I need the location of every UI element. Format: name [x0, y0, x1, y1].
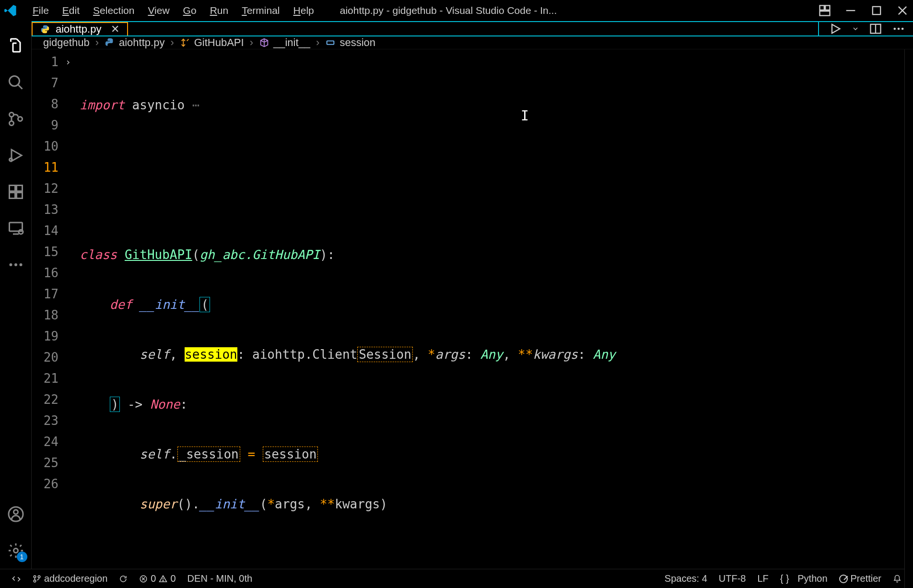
class-symbol-icon — [180, 37, 190, 48]
window-title: aiohttp.py - gidgethub - Visual Studio C… — [321, 5, 818, 16]
minimap[interactable] — [904, 49, 913, 588]
svg-rect-14 — [9, 186, 15, 191]
variable-symbol-icon — [325, 37, 336, 48]
chevron-right-icon: › — [170, 36, 174, 49]
chevron-right-icon: › — [95, 36, 99, 49]
svg-rect-0 — [820, 6, 824, 10]
svg-rect-4 — [873, 7, 880, 14]
more-icon[interactable] — [4, 253, 27, 276]
python-file-icon — [40, 24, 50, 34]
svg-point-26 — [13, 549, 18, 553]
fold-chevron-icon[interactable]: › — [65, 51, 80, 72]
breadcrumb-repo[interactable]: gidgethub — [43, 36, 90, 49]
svg-point-25 — [13, 510, 18, 514]
tab-aiohttp[interactable]: aiohttp.py ✕ — [32, 22, 128, 35]
run-file-button[interactable] — [829, 22, 842, 35]
layout-icon[interactable] — [818, 4, 831, 17]
chevron-right-icon: › — [316, 36, 319, 49]
svg-rect-15 — [9, 193, 15, 199]
svg-rect-16 — [16, 193, 22, 199]
source-control-icon[interactable] — [4, 107, 27, 130]
remote-explorer-icon[interactable] — [4, 217, 27, 240]
svg-point-23 — [19, 263, 22, 266]
svg-point-22 — [14, 263, 17, 266]
svg-point-7 — [9, 76, 19, 86]
code-content[interactable]: I import asyncio ⋯ class GitHubAPI(gh_ab… — [80, 49, 904, 588]
svg-rect-17 — [16, 186, 22, 191]
svg-point-11 — [18, 117, 22, 121]
svg-point-21 — [9, 263, 12, 266]
remote-indicator[interactable] — [6, 574, 27, 584]
svg-point-10 — [9, 121, 13, 126]
settings-badge: 1 — [17, 552, 27, 562]
vscode-logo-icon — [4, 4, 17, 17]
svg-point-9 — [9, 113, 13, 117]
python-file-icon — [105, 37, 115, 48]
menu-edit[interactable]: Edit — [56, 3, 86, 18]
breadcrumb-method[interactable]: __init__ — [259, 36, 310, 49]
breadcrumb-file[interactable]: aiohttp.py — [105, 36, 164, 49]
editor-more-icon[interactable] — [892, 22, 905, 35]
activity-bar: 1 — [0, 21, 32, 569]
close-button[interactable] — [896, 4, 909, 17]
title-bar: File Edit Selection View Go Run Terminal… — [0, 0, 913, 21]
search-icon[interactable] — [4, 71, 27, 94]
tab-close-icon[interactable]: ✕ — [111, 23, 119, 35]
menu-run[interactable]: Run — [203, 3, 235, 18]
explorer-icon[interactable] — [4, 35, 27, 58]
code-editor[interactable]: 1 7 8 9 10 11 12 13 14 15 16 17 18 19 20… — [32, 49, 913, 588]
svg-rect-2 — [820, 11, 830, 15]
chevron-right-icon: › — [250, 36, 253, 49]
breadcrumb-class[interactable]: GitHubAPI — [180, 36, 244, 49]
svg-marker-27 — [832, 24, 840, 34]
breadcrumbs[interactable]: gidgethub › aiohttp.py › GitHubAPI › __i… — [32, 36, 913, 49]
menu-terminal[interactable]: Terminal — [235, 3, 286, 18]
menu-go[interactable]: Go — [176, 3, 203, 18]
tab-bar: aiohttp.py ✕ — [32, 22, 913, 36]
menu-file[interactable]: File — [26, 3, 56, 18]
run-debug-icon[interactable] — [4, 144, 27, 167]
line-number-gutter: 1 7 8 9 10 11 12 13 14 15 16 17 18 19 20… — [32, 49, 65, 588]
fold-column: › — [65, 49, 80, 588]
svg-point-32 — [901, 28, 904, 30]
editor-area: aiohttp.py ✕ gidgethub › — [32, 21, 913, 569]
tab-filename: aiohttp.py — [56, 23, 101, 35]
split-editor-button[interactable] — [869, 22, 882, 35]
maximize-button[interactable] — [870, 4, 883, 17]
prettier-check-icon — [839, 575, 848, 583]
breadcrumb-symbol[interactable]: session — [325, 36, 375, 49]
run-dropdown-icon[interactable] — [852, 22, 859, 35]
menu-selection[interactable]: Selection — [86, 3, 141, 18]
svg-marker-12 — [12, 150, 22, 161]
settings-gear-icon[interactable]: 1 — [4, 539, 27, 562]
minimize-button[interactable] — [844, 4, 857, 17]
svg-point-30 — [894, 28, 896, 30]
svg-rect-33 — [327, 41, 334, 44]
method-symbol-icon — [259, 37, 269, 48]
extensions-icon[interactable] — [4, 180, 27, 203]
svg-rect-1 — [825, 6, 830, 10]
svg-line-8 — [18, 85, 22, 89]
menu-view[interactable]: View — [141, 3, 176, 18]
svg-point-31 — [898, 28, 900, 30]
menu-help[interactable]: Help — [287, 3, 321, 18]
accounts-icon[interactable] — [4, 503, 27, 526]
